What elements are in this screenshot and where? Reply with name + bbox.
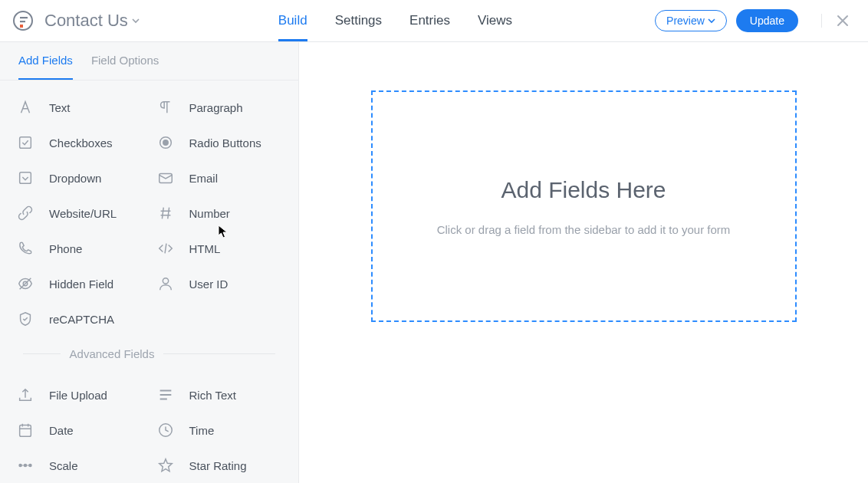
field-item-label: Date [49, 424, 74, 437]
field-item-number[interactable]: Number [150, 197, 290, 229]
top-actions: Preview Update [655, 9, 850, 32]
svg-rect-4 [20, 137, 31, 149]
close-wrap [821, 14, 850, 28]
svg-rect-2 [20, 21, 25, 22]
time-icon [157, 422, 174, 439]
html-icon [157, 240, 174, 257]
dropzone[interactable]: Add Fields Here Click or drag a field fr… [371, 90, 797, 322]
dropzone-subtitle: Click or drag a field from the sidebar t… [437, 223, 731, 236]
field-item-label: Scale [49, 459, 78, 472]
tab-build[interactable]: Build [278, 0, 307, 41]
field-item-hidden[interactable]: Hidden Field [9, 268, 150, 300]
field-item-label: HTML [189, 242, 221, 255]
svg-point-6 [163, 140, 167, 145]
field-item-label: Radio Buttons [189, 136, 261, 150]
sidebar-tabs: Add Fields Field Options [0, 42, 298, 80]
svg-rect-7 [20, 172, 31, 184]
field-item-phone[interactable]: Phone [9, 232, 150, 264]
advanced-fields-label: Advanced Fields [70, 347, 155, 360]
field-item-html[interactable]: HTML [150, 232, 290, 264]
field-item-label: Rich Text [189, 389, 236, 402]
update-button[interactable]: Update [736, 9, 798, 32]
sidebar: Add Fields Field Options TextParagraphCh… [0, 42, 299, 483]
field-item-url[interactable]: Website/URL [9, 197, 150, 229]
tab-settings[interactable]: Settings [335, 0, 382, 41]
field-item-label: Time [189, 424, 215, 437]
caret-down-icon [131, 16, 140, 25]
number-icon [157, 205, 174, 222]
url-icon [17, 205, 34, 222]
radio-icon [157, 134, 174, 151]
paragraph-icon [157, 99, 174, 116]
field-item-dropdown[interactable]: Dropdown [9, 162, 150, 194]
svg-rect-11 [20, 426, 31, 437]
email-icon [157, 169, 174, 186]
field-item-star[interactable]: Star Rating [150, 449, 290, 481]
field-item-file[interactable]: File Upload [9, 379, 150, 411]
tab-settings-label: Settings [335, 13, 382, 28]
divider [163, 353, 275, 354]
field-item-label: Paragraph [189, 101, 243, 114]
phone-icon [17, 240, 34, 257]
field-item-label: File Upload [49, 389, 107, 402]
sidebar-tab-label: Add Fields [18, 54, 73, 67]
field-item-label: Star Rating [189, 459, 247, 472]
tab-views[interactable]: Views [478, 0, 512, 41]
field-item-userid[interactable]: User ID [150, 268, 290, 300]
field-item-label: Number [189, 207, 230, 220]
sidebar-tab-add-fields[interactable]: Add Fields [18, 42, 73, 80]
tab-build-label: Build [278, 13, 307, 28]
tab-entries[interactable]: Entries [409, 0, 450, 41]
sidebar-tab-field-options[interactable]: Field Options [91, 42, 159, 80]
field-item-email[interactable]: Email [150, 162, 290, 194]
field-item-paragraph[interactable]: Paragraph [150, 91, 290, 123]
field-item-label: Email [189, 172, 219, 185]
richtext-icon [157, 386, 174, 403]
file-icon [17, 386, 34, 403]
basic-fields: TextParagraphCheckboxesRadio ButtonsDrop… [0, 80, 298, 340]
preview-button[interactable]: Preview [655, 10, 727, 31]
svg-rect-1 [20, 17, 28, 18]
close-icon[interactable] [836, 14, 850, 28]
field-item-label: Hidden Field [49, 278, 113, 291]
userid-icon [157, 275, 174, 292]
advanced-fields: File UploadRich TextDateTimeScaleStar Ra… [0, 368, 298, 483]
main: Add Fields Field Options TextParagraphCh… [0, 42, 868, 483]
tab-views-label: Views [478, 13, 512, 28]
field-item-label: Dropdown [49, 172, 101, 185]
scale-icon [17, 457, 34, 474]
canvas: Add Fields Here Click or drag a field fr… [299, 42, 868, 483]
field-item-richtext[interactable]: Rich Text [150, 379, 290, 411]
svg-point-10 [163, 278, 168, 284]
checkboxes-icon [17, 134, 34, 151]
preview-button-label: Preview [666, 15, 705, 27]
field-item-checkboxes[interactable]: Checkboxes [9, 127, 150, 159]
primary-tabs: Build Settings Entries Views [278, 0, 512, 41]
sidebar-tab-label: Field Options [91, 54, 159, 67]
field-item-label: reCAPTCHA [49, 313, 114, 326]
topbar: Contact Us Build Settings Entries Views … [0, 0, 868, 42]
field-item-time[interactable]: Time [150, 414, 290, 446]
field-item-label: Website/URL [49, 207, 117, 220]
text-icon [17, 99, 34, 116]
field-item-recaptcha[interactable]: reCAPTCHA [9, 303, 150, 335]
field-item-label: User ID [189, 278, 229, 291]
field-item-label: Phone [49, 242, 82, 255]
dropzone-title: Add Fields Here [501, 177, 666, 203]
app-logo-icon [12, 10, 34, 31]
hidden-icon [17, 275, 34, 292]
svg-rect-3 [20, 25, 23, 28]
advanced-fields-heading: Advanced Fields [0, 340, 298, 368]
form-title-dropdown[interactable]: Contact Us [44, 11, 140, 31]
field-item-text[interactable]: Text [9, 91, 150, 123]
field-item-date[interactable]: Date [9, 414, 150, 446]
tab-entries-label: Entries [409, 13, 450, 28]
star-icon [157, 457, 174, 474]
dropdown-icon [17, 169, 34, 186]
field-item-radio[interactable]: Radio Buttons [150, 127, 290, 159]
field-item-label: Checkboxes [49, 136, 113, 150]
update-button-label: Update [750, 15, 784, 27]
field-item-scale[interactable]: Scale [9, 449, 150, 481]
caret-down-icon [708, 17, 715, 25]
field-item-label: Text [49, 101, 71, 114]
